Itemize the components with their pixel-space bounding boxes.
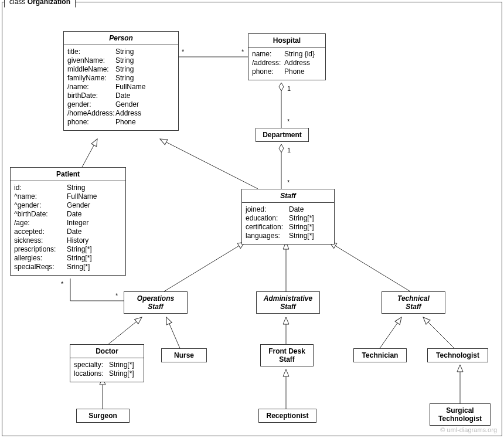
- class-title: TechnicalStaff: [382, 292, 445, 313]
- class-title: Doctor: [70, 345, 144, 358]
- class-attrs: joined:Date education:String[*] certific…: [242, 203, 334, 244]
- class-attrs: name:String {id} /address:Address phone:…: [248, 47, 325, 80]
- diagram: class Organization: [0, 0, 504, 438]
- class-technical-staff: TechnicalStaff: [382, 291, 445, 314]
- class-title: Staff: [242, 189, 334, 203]
- frame-title-prefix: class: [9, 0, 28, 6]
- class-title: Technologist: [428, 349, 488, 362]
- class-title: Surgeon: [77, 409, 129, 422]
- frame-title-tab: class Organization: [4, 0, 76, 8]
- mult-label: *: [241, 48, 244, 55]
- class-operations-staff: OperationsStaff: [124, 291, 188, 314]
- class-title: Nurse: [162, 349, 206, 362]
- class-staff: Staff joined:Date education:String[*] ce…: [241, 189, 335, 245]
- class-surgical-technologist: SurgicalTechnologist: [430, 403, 491, 426]
- class-hospital: Hospital name:String {id} /address:Addre…: [248, 33, 326, 80]
- class-title: OperationsStaff: [124, 292, 187, 313]
- watermark: © uml-diagrams.org: [440, 426, 497, 433]
- class-title: Person: [64, 32, 178, 45]
- mult-label: 1: [287, 147, 291, 154]
- class-technologist: Technologist: [427, 348, 488, 362]
- class-receptionist: Receptionist: [258, 409, 316, 423]
- class-attrs: title:String givenName:String middleName…: [64, 45, 178, 130]
- class-title: Receptionist: [259, 409, 316, 422]
- class-title: Department: [256, 128, 308, 141]
- class-person: Person title:String givenName:String mid…: [63, 31, 179, 131]
- mult-label: *: [287, 118, 290, 125]
- class-department: Department: [256, 128, 309, 142]
- class-attrs: specialty:String[*] locations:String[*]: [70, 358, 144, 382]
- class-title: Technician: [354, 349, 406, 362]
- class-title: AdministrativeStaff: [257, 292, 319, 313]
- class-title: Front DeskStaff: [261, 345, 313, 366]
- class-title: Patient: [11, 168, 125, 181]
- class-title: Hospital: [248, 34, 325, 47]
- class-administrative-staff: AdministrativeStaff: [256, 291, 320, 314]
- mult-label: *: [61, 280, 63, 287]
- mult-label: 1: [287, 85, 291, 92]
- class-attrs: id:String ^name:FullName ^gender:Gender …: [11, 181, 125, 275]
- class-technician: Technician: [353, 348, 407, 362]
- class-title: SurgicalTechnologist: [430, 404, 490, 425]
- frame-title: Organization: [28, 0, 70, 6]
- class-patient: Patient id:String ^name:FullName ^gender…: [10, 167, 126, 276]
- class-nurse: Nurse: [161, 348, 207, 362]
- mult-label: *: [287, 179, 290, 186]
- class-surgeon: Surgeon: [76, 409, 130, 423]
- mult-label: *: [115, 292, 118, 299]
- class-front-desk-staff: Front DeskStaff: [260, 344, 314, 366]
- mult-label: *: [182, 48, 184, 55]
- class-doctor: Doctor specialty:String[*] locations:Str…: [70, 344, 144, 382]
